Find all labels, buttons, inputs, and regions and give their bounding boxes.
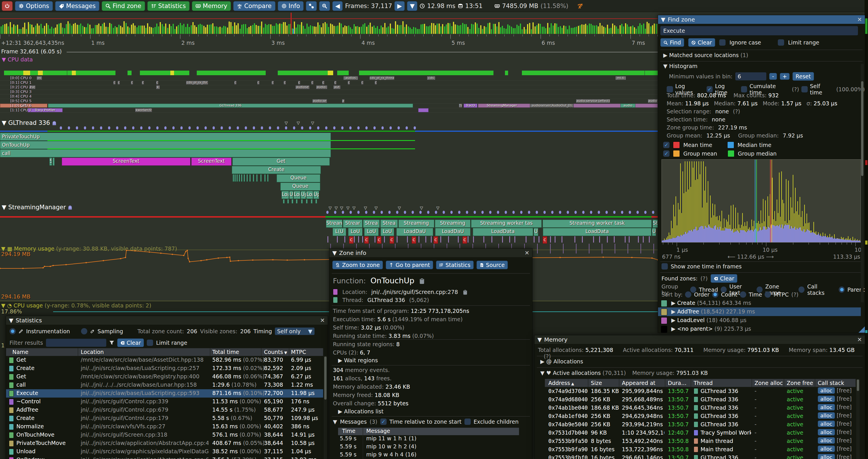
memory-button[interactable]: Memory [192,1,231,11]
cpu-row[interactable]: osaudioscds_ol_rx_threacdsmi.ti[0:0] CPU… [0,76,658,81]
source-button[interactable]: Source [476,261,508,269]
table-row[interactable]: Normalizejni/../jni/src/claw/vfs/Vfs.cpp… [6,423,323,431]
tiny-zone[interactable] [264,174,266,182]
compare-button[interactable]: Compare [233,1,275,11]
zone-info-close-icon[interactable]: ✕ [525,250,529,256]
zone-Strea[interactable]: Strea [380,220,398,228]
statistics-table-header[interactable]: NameLocationTotal timeCounts ▼MTPC [6,348,323,356]
alloc-callstack-button[interactable]: alloc [818,404,835,411]
zone-c[interactable]: c [131,81,133,85]
glthread-header[interactable]: ▼ GLThread 336 [2,120,57,126]
go-to-parent-button[interactable]: ↑ Go to parent [386,261,433,269]
zone-a[interactable]: a [342,99,345,103]
memory-col-Address[interactable]: Address ▲ [548,380,574,386]
tiny-zone[interactable] [237,174,238,182]
tools-button[interactable] [306,1,317,11]
table-row[interactable]: 0x7531d7b04096 KB1:10 234,952,16112:40.7… [545,429,856,437]
tiny-zone[interactable] [311,199,312,203]
found-zone-group[interactable]: ▶ Create (54,131) 643.34 ms [658,299,861,307]
table-row[interactable]: ~Controljni/../jni/src/guif/Control.cpp:… [6,398,323,406]
statistics-window-titlebar[interactable]: ▼Statistics ✕ [6,316,328,325]
zone-LoadData[interactable]: LoadData [473,228,533,236]
memory-col-Zone alloc[interactable]: Zone alloc [754,380,783,386]
zone-St[interactable]: St [653,220,658,228]
zone-k[interactable]: k [156,85,160,89]
resize-grip[interactable] [859,326,865,333]
found-zone-group[interactable]: ▶ AddTree (18,542) 227.19 ms [658,307,861,316]
stats-col-Name[interactable]: Name [12,349,28,355]
zone-c[interactable]: c [347,81,350,85]
zone-audios[interactable]: audios [343,76,358,80]
cpu-row[interactable]: Tracy Profilerkworker/0[1:1] CPU 7 [0,108,658,113]
zone-c[interactable]: c [375,81,377,85]
frame-separator-label[interactable]: Frame 32,661 (6.05 s) [1,48,62,55]
table-row[interactable]: 0x7553b9fbf016 bytes296,661,146ns13:50.7… [545,454,856,459]
crash-mark[interactable]: C [433,236,438,244]
min-bin-reset-button[interactable]: Reset [793,72,814,81]
find-zone-scrollbar-thumb[interactable] [861,81,863,176]
zone-c[interactable]: c [361,81,364,85]
cumulate-time-checkbox[interactable] [741,86,747,92]
streamingmanager-header[interactable]: ▼ StreamingManager [2,204,72,211]
zone-LoU[interactable]: LoU [364,228,378,236]
filter-input[interactable] [46,339,106,347]
tiny-zone[interactable] [267,174,269,182]
message-row[interactable]: 5.59 smip 9 w 4 h 4 (16) [338,451,519,459]
crash-mark[interactable]: C [349,236,353,244]
zone-LoadDaU[interactable]: LoadDaU [396,228,433,236]
crash-mark[interactable]: C [390,236,394,244]
stats-col-Counts[interactable]: Counts ▼ [264,349,287,355]
stats-col-Total time[interactable]: Total time [212,349,239,355]
zone-Queue[interactable]: Queue [280,183,320,191]
gl-zone-PrivateTouchUp[interactable]: PrivateTouchUp [0,133,331,141]
message-marker[interactable]: ▽ [375,205,378,210]
tiny-zone[interactable] [249,174,251,182]
zone-ScreenText[interactable]: ScreenText [62,158,190,166]
zone-c[interactable]: c [334,81,337,85]
table-row[interactable]: 0x74ab1ef040256 KB294,629,948ns13:50.7GL… [545,412,856,420]
zone-os[interactable]: os [36,76,42,80]
table-row[interactable]: Createjni/../jni/src/guif/Control.cpp:17… [6,414,323,423]
tiny-zone[interactable] [239,174,240,182]
group-by-Call stacks[interactable] [799,287,805,293]
table-row[interactable]: calljni/../jni/../../../src/claw/base/Lu… [6,381,323,389]
find-zone-input[interactable]: Execute [660,26,858,35]
table-row[interactable]: 0x7553b9fa508 bytes153,492,240ns13:50.8M… [545,437,856,445]
alloc-callstack-button[interactable]: alloc [818,429,835,435]
zone-audio.se[interactable]: audio.se [312,99,327,103]
memory-scrollbar[interactable] [856,379,860,459]
cpu-row[interactable]: cds_ol_rx_thrcccccccccccccccc[0:1] CPU 1 [0,80,658,85]
sort-by-Order[interactable] [685,291,691,298]
statistics-close-icon[interactable]: ✕ [320,317,325,324]
messages-collapse-icon[interactable]: ▼ [333,419,337,425]
message-marker[interactable]: ▽ [420,205,423,210]
zone-bar[interactable] [418,108,429,112]
cpu-row[interactable]: audio.seaaudio.service (effect)audio[0:5… [0,99,658,104]
zone-LoadDaU[interactable]: LoadDaU [435,228,470,236]
statistics-scrollbar[interactable] [324,356,327,459]
sort-by-Count[interactable] [712,291,718,298]
message-row[interactable]: 5.59 smip 10 w 2 h 2 (4) [338,443,519,451]
zone-c[interactable]: c [113,81,116,85]
next-frame-button[interactable]: ▶ [394,1,405,11]
alloc-callstack-button[interactable]: alloc [818,387,835,394]
table-row[interactable]: 0x74ab9e5040256 KB293,994,219ns13:50.7GL… [545,420,856,429]
alloc-callstack-button[interactable]: alloc [818,446,835,452]
message-marker[interactable]: ▽ [364,205,367,210]
table-row[interactable]: 0x7553b9fa9016 bytes153,722,396ns13:50.8… [545,445,856,454]
zone-c[interactable]: c [142,81,144,85]
zone-c[interactable]: c [283,81,286,85]
zone-GLThread 336[interactable]: GLThread 336 [48,104,413,108]
mean-time-checkbox[interactable]: ✓ [663,142,670,148]
zone-c[interactable]: c [118,81,120,85]
zone-cds[interactable]: cds [427,76,435,80]
memory-col-Dura…[interactable]: Dura… [668,380,686,386]
crash-mark[interactable]: C [542,236,547,244]
zone-bar[interactable] [53,158,55,166]
table-row[interactable]: 0x74ab1be040186.68 KB294,645,364ns13:50.… [545,403,856,412]
sort-by-Time[interactable] [740,291,746,298]
memory-col-Zone free[interactable]: Zone free [787,380,813,386]
find-button[interactable]: Find [660,38,684,47]
zone-Loa[interactable]: Loa [281,191,289,199]
table-row[interactable]: 0x74a9d37040186.35 KB295,999,844ns13:50.… [545,387,856,395]
